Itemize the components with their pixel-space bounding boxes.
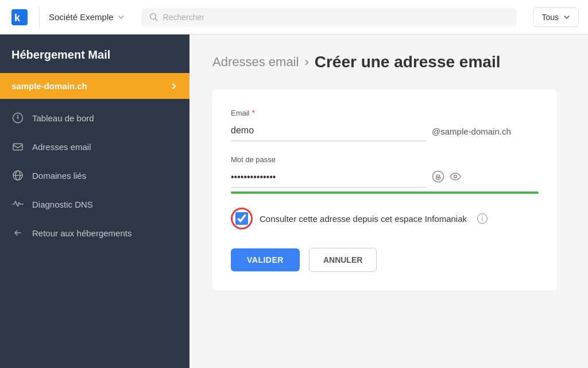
- arrow-left-icon: [11, 227, 24, 239]
- company-name: Société Exemple: [49, 12, 114, 22]
- company-selector[interactable]: Société Exemple: [49, 12, 125, 22]
- svg-point-10: [438, 178, 439, 179]
- svg-rect-5: [13, 144, 22, 150]
- topbar: k Société Exemple Tous: [0, 0, 588, 34]
- svg-point-4: [17, 117, 19, 119]
- email-label: Email *: [231, 108, 539, 117]
- sidebar-item-label: Retour aux hébergements: [32, 228, 131, 238]
- sidebar-item-domaines[interactable]: Domaines liés: [0, 161, 189, 190]
- email-group: Email * @sample-domain.ch: [231, 108, 539, 141]
- main-content: Adresses email › Créer une adresse email…: [189, 34, 588, 368]
- password-icons: [432, 170, 462, 186]
- app-logo[interactable]: k: [9, 7, 30, 28]
- email-row: @sample-domain.ch: [231, 121, 539, 141]
- breadcrumb-current: Créer une adresse email: [315, 53, 501, 71]
- email-domain-suffix: @sample-domain.ch: [432, 126, 511, 136]
- globe-icon: [11, 169, 24, 182]
- breadcrumb-separator: ›: [304, 55, 308, 70]
- search-input[interactable]: [163, 13, 509, 22]
- password-group: Mot de passe: [231, 155, 539, 194]
- button-row: VALIDER ANNULER: [231, 248, 539, 272]
- breadcrumb: Adresses email › Créer une adresse email: [212, 53, 565, 71]
- filter-label: Tous: [541, 13, 559, 22]
- lock-generate-icon[interactable]: [432, 170, 444, 186]
- search-bar[interactable]: [141, 8, 517, 26]
- filter-dropdown[interactable]: Tous: [533, 7, 579, 27]
- valider-button[interactable]: VALIDER: [231, 248, 300, 271]
- password-input[interactable]: [231, 167, 426, 188]
- filter-chevron-icon: [563, 14, 570, 21]
- breadcrumb-link[interactable]: Adresses email: [212, 55, 299, 70]
- password-input-row: [231, 167, 539, 188]
- password-label: Mot de passe: [231, 155, 539, 164]
- sidebar-item-label: Adresses email: [32, 142, 91, 152]
- app-layout: Hébergement Mail sample-domain.ch Tablea…: [0, 34, 588, 368]
- active-domain-label: sample-domain.ch: [11, 81, 87, 91]
- info-icon[interactable]: i: [477, 213, 488, 224]
- sidebar-item-adresses[interactable]: Adresses email: [0, 132, 189, 161]
- sidebar-item-diagnostic[interactable]: Diagnostic DNS: [0, 190, 189, 218]
- sidebar-active-domain[interactable]: sample-domain.ch: [0, 73, 189, 99]
- eye-icon[interactable]: [449, 170, 462, 186]
- topbar-divider: [39, 7, 40, 28]
- checkbox-wrapper: [231, 208, 253, 229]
- consult-checkbox[interactable]: [235, 212, 248, 225]
- sidebar-item-tableau[interactable]: Tableau de bord: [0, 103, 189, 132]
- mail-icon: [11, 140, 24, 153]
- sidebar: Hébergement Mail sample-domain.ch Tablea…: [0, 34, 189, 368]
- form-card: Email * @sample-domain.ch Mot de passe: [212, 90, 557, 290]
- search-icon: [149, 13, 158, 22]
- sidebar-item-label: Domaines liés: [32, 171, 86, 181]
- password-strength-bar: [231, 191, 539, 194]
- checkbox-row: Consulter cette adresse depuis cet espac…: [231, 208, 539, 229]
- chevron-right-icon: [170, 82, 178, 90]
- sidebar-item-label: Tableau de bord: [32, 113, 94, 123]
- sidebar-title: Hébergement Mail: [0, 34, 189, 73]
- sidebar-item-label: Diagnostic DNS: [32, 200, 93, 209]
- svg-point-11: [454, 175, 457, 178]
- annuler-button[interactable]: ANNULER: [309, 248, 377, 272]
- email-input[interactable]: [231, 121, 426, 141]
- svg-point-8: [433, 171, 444, 182]
- pulse-icon: [11, 198, 24, 210]
- dashboard-icon: [11, 112, 24, 124]
- required-star: *: [252, 108, 255, 117]
- svg-text:k: k: [14, 12, 21, 24]
- sidebar-item-retour[interactable]: Retour aux hébergements: [0, 218, 189, 247]
- chevron-down-icon: [117, 13, 125, 21]
- sidebar-nav: Tableau de bord Adresses email: [0, 99, 189, 252]
- checkbox-label: Consulter cette adresse depuis cet espac…: [260, 214, 467, 224]
